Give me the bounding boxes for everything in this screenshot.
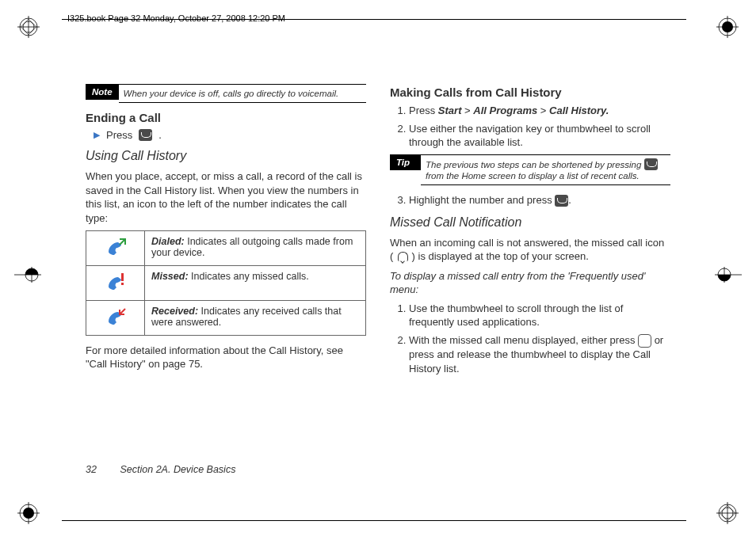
softkey-icon — [638, 334, 651, 348]
page-footer: 32 Section 2A. Device Basics — [86, 464, 235, 475]
registration-mark-icon — [17, 502, 40, 524]
heading-ending-call: Ending a Call — [86, 111, 366, 124]
heading-using-call-history: Using Call History — [86, 149, 366, 163]
tip-box: Tip The previous two steps can be shorte… — [390, 154, 670, 186]
section-name: Section 2A. Device Basics — [120, 464, 235, 475]
list-item: Press Start > All Programs > Call Histor… — [409, 104, 670, 118]
registration-mark-icon — [17, 16, 40, 38]
call-type-table: Dialed: Indicates all outgoing calls mad… — [86, 230, 366, 336]
missed-paragraph: When an incoming call is not answered, t… — [390, 236, 670, 264]
table-row: Dialed: Indicates all outgoing calls mad… — [86, 230, 366, 265]
note-box: Note When your device is off, calls go d… — [86, 84, 366, 103]
making-calls-steps: Press Start > All Programs > Call Histor… — [409, 104, 670, 150]
call-key-icon — [555, 195, 568, 207]
heading-missed-notification: Missed Call Notification — [390, 215, 670, 230]
crop-line — [62, 520, 686, 521]
svg-rect-24 — [121, 273, 124, 281]
note-label: Note — [86, 84, 119, 100]
ending-press-text: Press — [106, 129, 132, 141]
call-key-icon — [644, 158, 658, 170]
dialed-call-icon — [104, 236, 128, 258]
tip-text: The previous two steps can be shortened … — [421, 154, 670, 186]
tip-label: Tip — [390, 154, 421, 170]
list-item: Use either the navigation key or thumbwh… — [409, 122, 670, 150]
missed-call-indicator-icon — [396, 251, 409, 264]
missed-steps: Use the thumbwheel to scroll through the… — [409, 302, 670, 375]
missed-desc: Indicates any missed calls. — [189, 271, 309, 282]
table-row: Missed: Indicates any missed calls. — [86, 265, 366, 300]
page-body: Note When your device is off, calls go d… — [86, 79, 670, 492]
right-column: Making Calls from Call History Press Sta… — [390, 79, 670, 379]
note-text: When your device is off, calls go direct… — [119, 84, 366, 103]
bullet-triangle-icon: ▶ — [94, 130, 100, 140]
registration-mark-icon — [14, 267, 41, 283]
missed-subhead: To display a missed call entry from the … — [390, 270, 670, 297]
dialed-label: Dialed: — [151, 236, 185, 247]
using-after: For more detailed information about the … — [86, 344, 366, 371]
table-row: Received: Indicates any received calls t… — [86, 300, 366, 335]
svg-rect-25 — [121, 283, 124, 285]
received-label: Received: — [151, 306, 198, 317]
list-item: With the missed call menu displayed, eit… — [409, 333, 670, 375]
registration-mark-icon — [715, 267, 742, 283]
page-number: 32 — [86, 464, 117, 475]
left-column: Note When your device is off, calls go d… — [86, 79, 366, 379]
registration-mark-icon — [716, 502, 739, 524]
list-item: Use the thumbwheel to scroll through the… — [409, 302, 670, 329]
list-item: Highlight the number and press . — [409, 193, 670, 207]
ending-call-step: ▶ Press . — [94, 129, 366, 141]
making-calls-steps-cont: Highlight the number and press . — [409, 193, 670, 207]
page-header-info: I325.book Page 32 Monday, October 27, 20… — [67, 13, 285, 23]
missed-label: Missed: — [151, 271, 189, 282]
using-intro: When you place, accept, or miss a call, … — [86, 169, 366, 225]
received-call-icon — [104, 306, 128, 328]
end-call-key-icon — [139, 129, 152, 141]
missed-call-icon — [104, 271, 128, 293]
registration-mark-icon — [716, 16, 739, 38]
heading-making-calls: Making Calls from Call History — [390, 86, 670, 99]
